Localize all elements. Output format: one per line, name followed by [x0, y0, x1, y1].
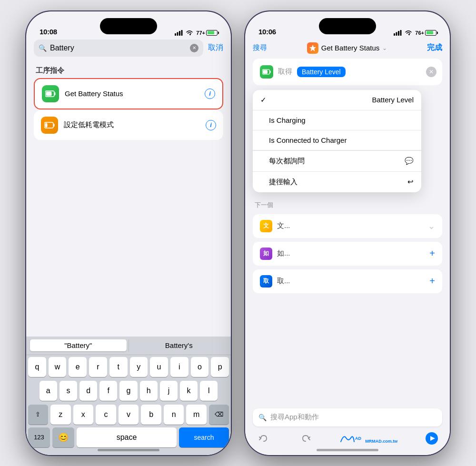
next-icon-blue: 取	[260, 275, 272, 288]
next-text-2: 如...	[277, 249, 425, 258]
key-j[interactable]: j	[160, 381, 178, 401]
dropdown-ask-each-time[interactable]: 每次都詢問 💬	[253, 150, 421, 172]
key-f[interactable]: f	[99, 381, 117, 401]
key-b[interactable]: b	[141, 405, 161, 425]
autocomplete-batterys[interactable]: Battery's	[131, 339, 228, 351]
key-l[interactable]: l	[200, 381, 218, 401]
key-delete[interactable]: ⌫	[209, 405, 229, 425]
mrmad-svg-logo: AD	[340, 433, 364, 443]
dynamic-island-1	[100, 18, 157, 34]
next-item-1[interactable]: 文 文... ⌄	[253, 214, 442, 238]
key-q[interactable]: q	[28, 357, 46, 377]
search-input-wrap[interactable]: 🔍 Battery ✕	[34, 40, 203, 57]
cancel-button[interactable]: 取消	[208, 43, 223, 53]
next-item-2[interactable]: 如 如... +	[253, 242, 442, 266]
phone2-content: 搜尋 Get Battery Status ⌄ 完成	[245, 40, 450, 455]
key-s[interactable]: s	[60, 381, 77, 401]
key-g[interactable]: g	[119, 381, 137, 401]
autocomplete-battery-quoted[interactable]: "Battery"	[30, 339, 127, 351]
done-button[interactable]: 完成	[427, 43, 442, 53]
next-icon-text-2: 如	[263, 249, 269, 258]
spacer-next2	[245, 267, 450, 268]
key-t[interactable]: t	[109, 357, 128, 377]
battery-body-2	[425, 30, 436, 36]
back-btn-2[interactable]: 搜尋	[253, 43, 267, 52]
next-text-1: 文...	[277, 221, 423, 230]
battery-indicator-2: 76+	[415, 30, 436, 36]
expand-icon-1[interactable]: ⌄	[428, 221, 435, 231]
dropdown-battery-level[interactable]: ✓ Battery Level	[253, 90, 421, 110]
search-input-text[interactable]: Battery	[50, 44, 187, 52]
key-search[interactable]: search	[179, 427, 229, 447]
key-x[interactable]: x	[73, 405, 94, 425]
key-space[interactable]: space	[77, 427, 177, 447]
svg-rect-3	[181, 30, 183, 36]
spacer-next	[245, 239, 450, 241]
key-c[interactable]: c	[96, 405, 116, 425]
key-u[interactable]: u	[150, 357, 168, 377]
result-item-low-power[interactable]: 設定低耗電模式 i	[34, 110, 223, 140]
key-i[interactable]: i	[170, 357, 188, 377]
svg-rect-12	[398, 31, 399, 36]
next-section-label: 下一個	[245, 197, 450, 213]
search-bar-row: 🔍 Battery ✕ 取消	[26, 40, 231, 61]
toolbar-play-icon[interactable]	[423, 430, 440, 447]
svg-rect-9	[45, 123, 48, 127]
svg-rect-6	[46, 91, 52, 96]
dropdown-check-icon: ✓	[260, 96, 267, 104]
action-label: 取得	[278, 67, 292, 76]
action-tag[interactable]: Battery Level	[297, 67, 346, 77]
toolbar-back-icon[interactable]	[255, 430, 272, 447]
key-v[interactable]: v	[119, 405, 139, 425]
redo-icon	[301, 433, 311, 444]
key-p[interactable]: p	[211, 357, 229, 377]
action-block[interactable]: 取得 Battery Level ✕	[253, 59, 442, 85]
svg-rect-10	[394, 33, 395, 36]
key-y[interactable]: y	[130, 357, 148, 377]
key-emoji[interactable]: 😊	[52, 427, 74, 447]
key-z[interactable]: z	[50, 405, 71, 425]
key-k[interactable]: k	[180, 381, 198, 401]
key-n[interactable]: n	[164, 405, 184, 425]
info-button-2[interactable]: i	[206, 120, 216, 130]
chevron-down-icon[interactable]: ⌄	[382, 45, 387, 51]
info-button-1[interactable]: i	[205, 89, 215, 99]
dropdown-menu: ✓ Battery Level Is Charging Is Connected…	[253, 90, 421, 192]
result-item-get-battery[interactable]: Get Battery Status i	[34, 78, 223, 109]
key-o[interactable]: o	[191, 357, 209, 377]
key-num[interactable]: 123	[28, 427, 50, 447]
action-icon	[260, 65, 273, 79]
signal-icon-2	[394, 30, 402, 36]
key-d[interactable]: d	[79, 381, 97, 401]
next-item-3[interactable]: 取 取... +	[253, 269, 442, 293]
dropdown-shortcut-input[interactable]: 捷徑輸入 ↩	[253, 172, 421, 192]
bottom-search-bar[interactable]: 🔍 搜尋App和動作	[253, 408, 442, 426]
row2-spacer-left	[28, 381, 37, 401]
add-icon-3[interactable]: +	[429, 276, 435, 287]
key-r[interactable]: r	[89, 357, 107, 377]
next-icon-text-3: 取	[263, 277, 269, 285]
key-shift[interactable]: ⇧	[28, 405, 48, 425]
svg-rect-15	[270, 70, 271, 73]
svg-rect-13	[400, 30, 402, 36]
key-e[interactable]: e	[69, 357, 87, 377]
shortcuts-icon	[309, 44, 317, 52]
mrmad-logo: AD MRMAD.com.tw	[340, 433, 397, 444]
add-icon-2[interactable]: +	[429, 248, 435, 259]
dropdown-is-charging[interactable]: Is Charging	[253, 110, 421, 130]
next-icon-purple: 如	[260, 248, 272, 260]
key-m[interactable]: m	[186, 405, 207, 425]
result-icon-battery-orange	[41, 117, 58, 134]
clear-button[interactable]: ✕	[190, 44, 198, 52]
key-a[interactable]: a	[40, 381, 57, 401]
toolbar-forward-icon[interactable]	[298, 430, 315, 447]
undo-icon	[258, 433, 268, 444]
dropdown-item-label-4: 每次都詢問	[269, 157, 305, 166]
battery-fill-1	[208, 31, 215, 34]
key-h[interactable]: h	[140, 381, 158, 401]
kb-safe-area	[26, 451, 231, 455]
key-w[interactable]: w	[49, 357, 67, 377]
action-close-button[interactable]: ✕	[426, 67, 436, 77]
dropdown-is-connected[interactable]: Is Connected to Charger	[253, 130, 421, 150]
shortcut-icon	[307, 42, 318, 54]
